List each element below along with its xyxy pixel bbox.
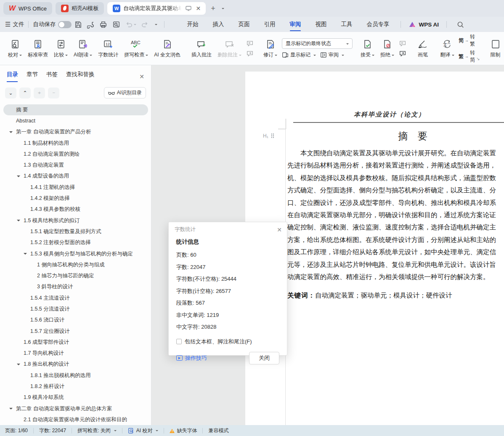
zoom-out-outline-button[interactable]: － [48,88,59,98]
export-pdf-icon[interactable] [87,21,94,29]
wps-ai-button[interactable]: WPS AI [409,21,439,28]
toc-item[interactable]: 1.5.3 模具侧向分型与抽芯机构的分析与确定 [0,248,151,259]
menu-item-2[interactable]: 页面 [231,17,257,32]
word-count-indicator[interactable]: 字数: 22047 [34,427,72,434]
spell-check-button[interactable]: ABC 拼写检查 [121,37,151,60]
ai-recognize-toc-button[interactable]: AI识别目录 [104,87,146,98]
ai-polish-button[interactable]: AI 全文润色 [151,37,183,60]
delete-comment-button[interactable]: 删除批注 [215,37,244,60]
undo-button[interactable] [125,21,136,28]
expand-arrow-icon[interactable] [17,175,20,179]
search-icon[interactable] [457,21,464,28]
menu-item-3[interactable]: 引用 [257,17,282,32]
drag-handle-icon[interactable] [271,133,275,138]
proofread-button[interactable]: 校对 [5,37,25,60]
toc-item[interactable]: 1.5.2 注射模分型面的选择 [0,237,151,248]
tab-docer-template[interactable]: 稻壳AI模板 [56,2,104,15]
tab-document[interactable]: W 自动滴定装置及其驱动单元设 ✕ [107,2,206,15]
toc-item[interactable]: 1.5 模具结构形式的拟订 [0,215,151,226]
toc-item[interactable]: 1.4.3 模具参数的校核 [0,204,151,215]
pane-tab-2[interactable]: 书签 [46,71,58,82]
toc-item[interactable]: 2.1 自动滴定装置驱动单元的设计依据和目的 [0,414,151,425]
toc-item[interactable]: 3 斜导柱的设计 [0,282,151,292]
expand-arrow-icon[interactable] [17,220,20,223]
toc-item[interactable]: 1.5.7 定位圈设计 [0,326,151,337]
tips-link[interactable]: 操作技巧 [176,354,207,362]
toc-item[interactable]: 1.3 自动滴定装置 [0,160,151,170]
toc-item[interactable]: 1.4 成型设备的选用 [0,171,151,182]
checkbox-icon[interactable] [176,339,182,344]
collapse-all-button[interactable]: ⌃ [19,88,31,98]
insert-comment-button[interactable]: 插入批注 [188,37,215,60]
toc-item[interactable]: 1.5.1 确定型腔数量及排列方式 [0,226,151,237]
restrict-editing-button[interactable]: 限制 [485,37,504,60]
abstract-paragraph[interactable]: 本文围绕自动滴定装置及其驱动单元设计展开研究。在自动滴定装置先进行制品材料选用分… [287,147,504,302]
toolbar-more-chevron-icon[interactable] [155,24,157,27]
heading-level-marker[interactable]: H₁ [263,133,275,139]
accept-button[interactable]: 接受 [358,37,377,60]
toc-item[interactable]: 第一章 自动滴定装置的产品分析 [0,127,151,138]
menu-item-6[interactable]: 工具 [334,17,359,32]
ai-proofread-status[interactable]: AI 校对 [122,427,164,434]
menu-item-7[interactable]: 会员专享 [359,17,396,32]
review-pane-button[interactable]: 审阅 [320,51,344,58]
redo-button[interactable] [141,21,149,28]
tab-wps-office[interactable]: W WPS Office [3,2,52,15]
menu-item-1[interactable]: 插入 [205,17,231,32]
toc-item[interactable]: 1.5.4 主流道设计 [0,292,151,303]
expand-arrow-icon[interactable] [17,364,20,367]
simplified-to-traditional-button[interactable]: 简→ 转繁 [459,33,475,48]
track-changes-button[interactable]: 修订 [260,37,280,60]
word-count-button[interactable]: 12 字数统计 [95,37,121,60]
compatibility-mode-indicator[interactable]: 兼容模式 [203,427,234,434]
toc-item[interactable]: 1.1 制品材料的选用 [0,138,151,149]
spell-check-status[interactable]: 拼写检查: 关闭 [72,427,122,434]
toc-item[interactable]: 摘 要 [3,104,148,115]
autosave-toggle[interactable] [58,21,72,28]
next-change-icon[interactable] [399,51,406,57]
toc-item[interactable]: 1.9 模具冷却系统 [0,392,151,403]
close-button[interactable]: 关闭 [249,352,279,364]
new-tab-icon[interactable]: + [209,4,217,13]
toc-item[interactable]: Abstract [0,115,151,126]
previous-change-icon[interactable] [399,40,406,47]
show-markup-button[interactable]: 显示标记 [282,51,316,58]
toc-item[interactable]: 1.6 成型零部件设计 [0,337,151,348]
include-textbox-checkbox-row[interactable]: 包括文本框、脚注和尾注(F) [176,338,279,346]
missing-font-warning[interactable]: 缺失字体 [164,427,202,434]
monitor-icon[interactable] [186,6,191,11]
toc-item[interactable]: 1.5.5 分流道设计 [0,303,151,314]
hamburger-icon[interactable]: ☰ [5,21,11,28]
traditional-to-simplified-button[interactable]: 繁→ 转简 [459,49,475,64]
toc-item[interactable]: 1 侧向抽芯机构的分类与组成 [0,259,151,270]
toc-item[interactable]: 1.2 自动滴定装置的测绘 [0,149,151,160]
toc-item[interactable]: 1.8.2 推杆设计 [0,381,151,392]
tab-list-chevron-icon[interactable] [222,8,224,11]
menu-item-file[interactable]: 文件 [13,21,24,28]
dialog-launcher-icon[interactable]: ↘ [476,56,480,61]
pane-tab-3[interactable]: 查找和替换 [66,71,95,82]
toc-item[interactable]: 1.4.2 模架的选择 [0,193,151,204]
close-dialog-icon[interactable]: ✕ [277,226,282,233]
save-icon[interactable] [74,21,82,29]
autosave-control[interactable]: 自动保存 [33,21,72,28]
translate-button[interactable]: 文A 翻译 [438,37,457,60]
expand-arrow-icon[interactable] [9,408,13,411]
print-icon[interactable] [99,21,107,29]
close-pane-icon[interactable]: ✕ [139,73,144,80]
pane-tab-0[interactable]: 目录 [7,71,18,82]
zoom-in-outline-button[interactable]: ＋ [34,88,45,98]
toc-item[interactable]: 1.5.6 浇口设计 [0,315,151,326]
expand-all-button[interactable]: ⌄ [5,88,16,98]
toc-item[interactable]: 1.4.1 注塑机的选择 [0,182,151,193]
toc-item[interactable]: 2 抽芯力与抽芯距的确定 [0,270,151,281]
markup-state-select[interactable]: 显示标记的最终状态 [282,38,353,49]
menu-item-0[interactable]: 开始 [180,17,205,32]
ink-brush-button[interactable]: 画笔 [413,37,432,60]
expand-arrow-icon[interactable] [9,131,13,135]
compare-button[interactable]: 比较 [51,37,71,60]
toc-item[interactable]: 1.8.1 推出脱模机构的选用 [0,370,151,381]
menu-item-5[interactable]: 视图 [308,17,334,32]
toc-item[interactable]: 1.8 推出机构的设计 [0,359,151,370]
toc-item[interactable]: 第二章 自动滴定装置驱动单元的总体方案 [0,403,151,414]
